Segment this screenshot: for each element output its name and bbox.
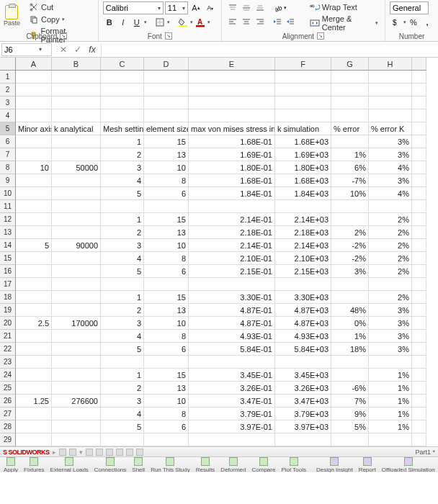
increase-indent-button[interactable] bbox=[284, 15, 297, 28]
cmd-report[interactable]: Report bbox=[357, 457, 378, 473]
cell[interactable]: 4.87E+03 bbox=[275, 304, 331, 317]
cell[interactable]: 2.14E-01 bbox=[189, 239, 275, 252]
cell[interactable]: 4.87E+03 bbox=[275, 317, 331, 330]
sw-icon[interactable] bbox=[96, 449, 103, 456]
cell[interactable]: 3.26E+03 bbox=[275, 382, 331, 395]
cell[interactable]: 3.26E-01 bbox=[189, 382, 275, 395]
cell[interactable] bbox=[101, 433, 144, 446]
cell[interactable]: 5.84E-01 bbox=[189, 343, 275, 356]
cell[interactable] bbox=[412, 200, 426, 213]
cell[interactable] bbox=[412, 135, 426, 148]
cmd-results[interactable]: Results bbox=[194, 457, 218, 473]
cell[interactable] bbox=[412, 317, 426, 330]
cell[interactable] bbox=[369, 278, 412, 291]
cell[interactable]: 2 bbox=[101, 226, 144, 239]
font-name-input[interactable] bbox=[104, 4, 156, 12]
cell[interactable] bbox=[16, 356, 52, 369]
cell[interactable]: -7% bbox=[331, 174, 369, 187]
cell[interactable]: 2% bbox=[331, 226, 369, 239]
cell[interactable]: k simulation bbox=[275, 122, 331, 135]
cell[interactable]: 4% bbox=[369, 187, 412, 200]
cell[interactable] bbox=[412, 265, 426, 278]
cell[interactable]: 1.25 bbox=[16, 395, 52, 408]
cell[interactable]: 5 bbox=[101, 265, 144, 278]
cell[interactable]: element size mm bbox=[144, 122, 189, 135]
cell[interactable] bbox=[412, 304, 426, 317]
cell[interactable] bbox=[189, 84, 275, 96]
cell[interactable]: 6 bbox=[144, 343, 189, 356]
cell[interactable] bbox=[16, 343, 52, 356]
col-header[interactable]: H bbox=[369, 58, 412, 71]
align-bottom-button[interactable] bbox=[254, 1, 267, 14]
name-box-input[interactable] bbox=[2, 45, 37, 54]
sw-icon[interactable] bbox=[136, 449, 143, 456]
cell[interactable]: 2% bbox=[369, 239, 412, 252]
row-header[interactable]: 18 bbox=[0, 291, 16, 304]
cell[interactable] bbox=[52, 408, 101, 420]
cell[interactable] bbox=[52, 213, 101, 226]
cell[interactable]: 1% bbox=[331, 330, 369, 343]
cell[interactable] bbox=[331, 84, 369, 96]
cell[interactable] bbox=[52, 226, 101, 239]
row-header[interactable]: 4 bbox=[0, 109, 16, 122]
cell[interactable] bbox=[275, 356, 331, 369]
cell[interactable]: 50000 bbox=[52, 161, 101, 174]
decrease-indent-button[interactable] bbox=[271, 15, 284, 28]
cell[interactable] bbox=[412, 369, 426, 382]
cell[interactable]: 15 bbox=[144, 135, 189, 148]
cell[interactable] bbox=[189, 71, 275, 84]
cell[interactable] bbox=[331, 356, 369, 369]
cell[interactable]: 3% bbox=[369, 330, 412, 343]
cell[interactable]: 170000 bbox=[52, 317, 101, 330]
cell[interactable] bbox=[144, 109, 189, 122]
cell[interactable]: 276600 bbox=[52, 395, 101, 408]
cell[interactable] bbox=[369, 433, 412, 446]
cell[interactable] bbox=[412, 420, 426, 433]
row-header[interactable]: 13 bbox=[0, 226, 16, 239]
cell[interactable]: 3.45E+03 bbox=[275, 369, 331, 382]
cell[interactable] bbox=[16, 200, 52, 213]
cell[interactable]: 2.5 bbox=[16, 317, 52, 330]
row-header[interactable]: 24 bbox=[0, 369, 16, 382]
cell[interactable] bbox=[144, 278, 189, 291]
cell[interactable]: 1.68E-01 bbox=[189, 135, 275, 148]
select-all-corner[interactable] bbox=[0, 58, 16, 71]
cell[interactable]: 2.14E+03 bbox=[275, 213, 331, 226]
cell[interactable]: 3 bbox=[101, 317, 144, 330]
cell[interactable] bbox=[412, 84, 426, 96]
cell[interactable]: 18% bbox=[331, 343, 369, 356]
cell[interactable]: 2.18E-01 bbox=[189, 226, 275, 239]
cell[interactable] bbox=[331, 200, 369, 213]
cell[interactable]: 13 bbox=[144, 226, 189, 239]
cell[interactable] bbox=[52, 304, 101, 317]
cut-button[interactable]: Cut bbox=[27, 1, 94, 13]
cell[interactable]: 2% bbox=[369, 252, 412, 265]
cell[interactable]: 2.10E+03 bbox=[275, 252, 331, 265]
cell[interactable] bbox=[412, 96, 426, 109]
cell[interactable] bbox=[16, 382, 52, 395]
row-header[interactable]: 10 bbox=[0, 187, 16, 200]
chevron-down-icon[interactable]: ▾ bbox=[37, 46, 44, 53]
cmd-external-loads[interactable]: External Loads bbox=[48, 457, 90, 473]
accounting-button[interactable]: $ bbox=[390, 16, 403, 29]
cell[interactable] bbox=[369, 356, 412, 369]
underline-button[interactable]: U bbox=[130, 16, 143, 29]
cell[interactable]: 10 bbox=[16, 161, 52, 174]
cell[interactable]: 8 bbox=[144, 252, 189, 265]
cell[interactable]: 1% bbox=[369, 369, 412, 382]
cell[interactable] bbox=[189, 200, 275, 213]
cell[interactable] bbox=[101, 278, 144, 291]
row-header[interactable]: 2 bbox=[0, 84, 16, 96]
cell[interactable] bbox=[52, 291, 101, 304]
cell[interactable]: 4% bbox=[369, 161, 412, 174]
cell[interactable] bbox=[331, 369, 369, 382]
cell[interactable]: % error bbox=[331, 122, 369, 135]
row-header[interactable]: 26 bbox=[0, 395, 16, 408]
cell[interactable]: 1% bbox=[331, 148, 369, 161]
col-header[interactable]: D bbox=[144, 58, 189, 71]
row-header[interactable]: 20 bbox=[0, 317, 16, 330]
cell[interactable]: 3 bbox=[101, 161, 144, 174]
cell[interactable] bbox=[52, 382, 101, 395]
cell[interactable] bbox=[16, 252, 52, 265]
row-header[interactable]: 19 bbox=[0, 304, 16, 317]
